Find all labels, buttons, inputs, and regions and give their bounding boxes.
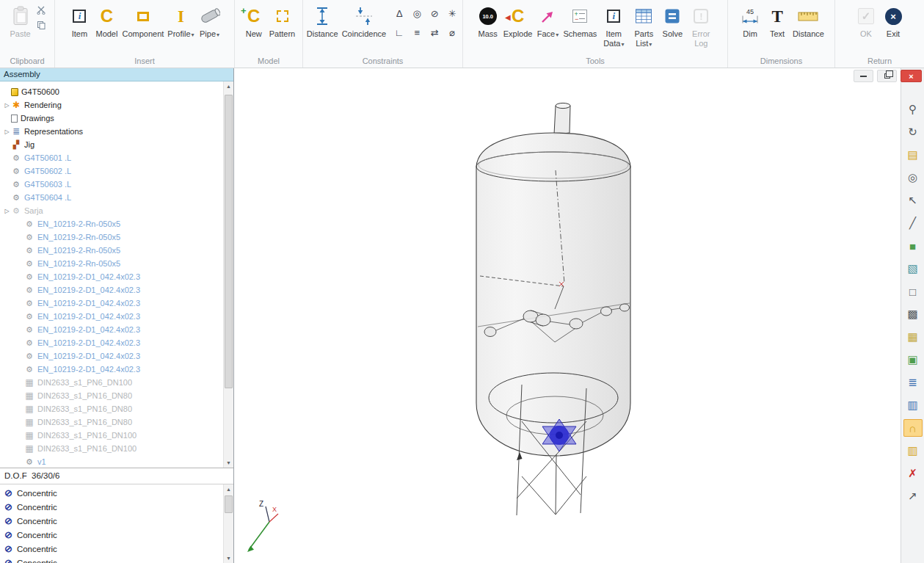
minimize-button[interactable]: [854, 70, 873, 82]
tree-item[interactable]: ▷ v1: [0, 455, 223, 468]
ok-button[interactable]: ✓ OK: [853, 1, 879, 39]
tree-item[interactable]: ▷ DIN2633_s1_PN6_DN100: [0, 376, 223, 389]
copy-button[interactable]: [34, 19, 48, 31]
green-panel-icon[interactable]: ■: [903, 237, 923, 255]
tree-item[interactable]: ▷ EN_10219-2-D1_042.4x02.3: [0, 270, 223, 283]
tree-item[interactable]: ▷ G4T50602 .L: [0, 164, 223, 178]
restore-button[interactable]: [877, 70, 897, 82]
constraint-row[interactable]: ⊘ Concentric: [0, 528, 223, 542]
tree-item[interactable]: ▷ EN_10219-2-Rn-050x5: [0, 257, 223, 270]
refresh-icon[interactable]: ↻: [903, 123, 923, 141]
scroll-down-icon[interactable]: ▼: [224, 553, 233, 563]
tree-item[interactable]: ▷ DIN2633_s1_PN16_DN80: [0, 389, 223, 402]
constraint-row[interactable]: ⊘ Concentric: [0, 542, 223, 556]
tree-item[interactable]: ▷ EN_10219-2-D1_042.4x02.3: [0, 283, 223, 297]
box-yellow-icon[interactable]: ▦: [903, 328, 923, 346]
pattern-button[interactable]: Pattern: [268, 1, 297, 39]
tree-item[interactable]: ▷ EN_10219-2-Rn-050x5: [0, 217, 223, 230]
perpendicular-constraint-icon[interactable]: ∟: [391, 23, 407, 41]
scroll-up-icon[interactable]: ▲: [224, 484, 233, 494]
exit-button[interactable]: × Exit: [880, 1, 906, 39]
tree-scrollbar[interactable]: ▲ ▼: [223, 81, 233, 468]
tree-item[interactable]: ▷ EN_10219-2-Rn-050x5: [0, 230, 223, 244]
tree-item[interactable]: ▷ G4T50603 .L: [0, 178, 223, 191]
cube-shaded-icon[interactable]: ▩: [903, 305, 923, 323]
tree-item[interactable]: ▷ G4T50600: [0, 85, 223, 98]
constraint-row[interactable]: ⊘ Concentric: [0, 514, 223, 528]
scrollbar-thumb[interactable]: [225, 95, 233, 388]
parallel-constraint-icon[interactable]: ≡: [409, 23, 425, 41]
tree-item[interactable]: ▷ EN_10219-2-Rn-050x5: [0, 244, 223, 257]
booklet-icon[interactable]: ▥: [903, 396, 923, 414]
tree-item[interactable]: ▷ EN_10219-2-D1_042.4x02.3: [0, 323, 223, 336]
model-3d-view[interactable]: Z X: [234, 68, 901, 563]
tree-item[interactable]: ▷ EN_10219-2-D1_042.4x02.3: [0, 363, 223, 376]
layers-icon[interactable]: ≣: [903, 374, 923, 391]
cube-green-icon[interactable]: ▣: [903, 351, 923, 368]
concentric-constraint-icon[interactable]: ◎: [409, 4, 425, 22]
distance-constraint-button[interactable]: Distance: [305, 1, 340, 39]
model-viewport[interactable]: Z X: [234, 68, 901, 563]
tree-item[interactable]: ▷ EN_10219-2-D1_042.4x02.3: [0, 310, 223, 323]
expand-arrow-icon[interactable]: ▷: [3, 102, 11, 109]
diameter-constraint-icon[interactable]: ⌀: [444, 23, 460, 41]
pin-icon[interactable]: ⚲: [903, 101, 923, 118]
tree-item[interactable]: ▷ G4T50604 .L: [0, 191, 223, 204]
delete-icon[interactable]: ✗: [903, 465, 923, 482]
tree-item[interactable]: ▷ EN_10219-2-D1_042.4x02.3: [0, 349, 223, 363]
tree-item[interactable]: ▷ Representations: [0, 125, 223, 138]
scrollbar-thumb[interactable]: [225, 495, 233, 513]
scroll-down-icon[interactable]: ▼: [224, 458, 233, 468]
paste-button[interactable]: Paste: [7, 1, 34, 39]
insert-model-button[interactable]: C Model: [93, 1, 120, 39]
angle-constraint-icon[interactable]: ∆: [391, 4, 407, 22]
item-data-button[interactable]: i Item Data▾: [599, 1, 628, 48]
cube-icon[interactable]: □: [903, 283, 923, 300]
insert-item-button[interactable]: Ci Item: [66, 1, 92, 39]
cut-button[interactable]: [34, 4, 48, 16]
constraint-row[interactable]: ⊘ Concentric: [0, 500, 223, 514]
tree-item[interactable]: ▷ DIN2633_s1_PN16_DN100: [0, 442, 223, 455]
constraints-scrollbar[interactable]: ▲ ▼: [223, 484, 233, 563]
tree-item[interactable]: ▷ Jig: [0, 138, 223, 151]
face-button[interactable]: Face▾: [534, 1, 561, 39]
explode-button[interactable]: ◀C Explode: [502, 1, 534, 39]
constraint-row[interactable]: ⊘ Concentric: [0, 486, 223, 500]
constraint-row[interactable]: ⊘ Concentric: [0, 556, 223, 563]
text-button[interactable]: T Text: [764, 1, 790, 39]
scroll-up-icon[interactable]: ▲: [224, 81, 233, 91]
tree-item[interactable]: ▷ EN_10219-2-D1_042.4x02.3: [0, 336, 223, 349]
expand-arrow-icon[interactable]: ▷: [3, 128, 11, 135]
solve-button[interactable]: Solve: [659, 1, 685, 39]
tangent-constraint-icon[interactable]: ⊘: [426, 4, 443, 22]
tree-item[interactable]: ▷ G4T50601 .L: [0, 151, 223, 164]
error-log-button[interactable]: ! Error Log: [686, 1, 716, 48]
tree-item[interactable]: ▷ Rendering: [0, 98, 223, 112]
pointer-arrow-icon[interactable]: ↖: [903, 192, 923, 209]
parts-list-button[interactable]: Parts List▾: [629, 1, 658, 48]
symmetry-constraint-icon[interactable]: ✳: [444, 4, 460, 22]
tree-item[interactable]: ▷ Sarja: [0, 204, 223, 217]
snap-center-icon[interactable]: ◎: [903, 169, 923, 186]
insert-pipe-button[interactable]: Pipe▾: [197, 1, 223, 39]
opposite-constraint-icon[interactable]: ⇄: [426, 23, 443, 41]
cube-top-icon[interactable]: ▧: [903, 260, 923, 277]
trim-icon[interactable]: ╱: [903, 214, 923, 232]
export-icon[interactable]: ↗: [903, 487, 923, 505]
sweep-icon[interactable]: ∩: [903, 419, 923, 437]
tree-item[interactable]: ▷ DIN2633_s1_PN16_DN100: [0, 429, 223, 442]
new-model-button[interactable]: +C New: [241, 1, 267, 39]
tree-item[interactable]: ▷ DIN2633_s1_PN16_DN80: [0, 402, 223, 415]
dim-button[interactable]: 45 Dim: [737, 1, 763, 39]
insert-profile-button[interactable]: I Profile▾: [166, 1, 195, 39]
mass-button[interactable]: 10.0 Mass: [475, 1, 501, 39]
schemas-button[interactable]: +− Schemas: [561, 1, 598, 39]
tree-item[interactable]: ▷ DIN2633_s1_PN16_DN80: [0, 415, 223, 429]
drawer-icon[interactable]: ▥: [903, 442, 923, 460]
tree-item[interactable]: ▷ EN_10219-2-D1_042.4x02.3: [0, 297, 223, 310]
expand-arrow-icon[interactable]: ▷: [3, 208, 11, 214]
ruler-icon[interactable]: ▤: [903, 146, 923, 164]
tree-item[interactable]: ▷ Drawings: [0, 112, 223, 125]
distance-dim-button[interactable]: Distance: [791, 1, 826, 39]
close-button[interactable]: ×: [901, 70, 922, 82]
